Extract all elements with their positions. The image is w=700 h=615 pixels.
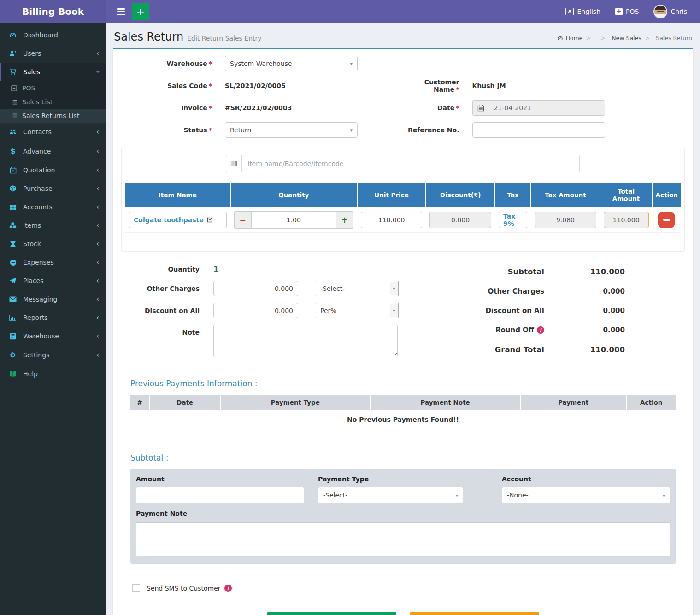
items-table: Item Name Quantity Unit Price Discount(₹… (125, 183, 681, 233)
pos-button[interactable]: + POS (608, 0, 646, 23)
discount-on-all-input[interactable] (213, 303, 298, 318)
date-label: Date (403, 104, 463, 112)
other-charges-input[interactable] (213, 281, 298, 296)
unit-price-input[interactable] (361, 212, 422, 228)
page-title: Sales Return (114, 30, 183, 43)
close-button[interactable]: Close (410, 612, 539, 615)
sidebar-item-warehouse[interactable]: Warehouse ‹ (0, 327, 106, 345)
note-textarea[interactable] (213, 325, 398, 357)
cart-icon (8, 68, 18, 76)
box-icon (8, 185, 18, 192)
customer-name-label: Customer Name (403, 78, 463, 93)
sales-return-card: Warehouse System Warehouse ▾ Sales Code … (113, 48, 693, 615)
quick-add-button[interactable]: + (132, 3, 149, 20)
list-icon (10, 113, 18, 119)
sidebar-item-items[interactable]: Items ‹ (0, 216, 106, 235)
status-select[interactable]: Return ▾ (225, 122, 358, 138)
building-icon (8, 333, 18, 340)
chevron-down-icon: ▾ (350, 127, 353, 133)
quantity-input[interactable] (252, 211, 336, 229)
chevron-left-icon: ‹ (96, 315, 99, 320)
chevron-left-icon: ‹ (96, 51, 99, 56)
sidebar-subitem-sales-returns-list[interactable]: Sales Returns List (0, 109, 106, 123)
sidebar-item-stock[interactable]: Stock ‹ (0, 235, 106, 253)
cubes-icon (8, 222, 18, 229)
pp-col-payment-type: Payment Type (220, 395, 370, 410)
list-icon (10, 99, 18, 105)
sidebar-item-advance[interactable]: $ Advance ‹ (0, 141, 106, 161)
plus-square-icon: + (615, 8, 623, 15)
language-menu[interactable]: A English (558, 0, 608, 23)
sidebar-item-quotation[interactable]: Quotation ‹ (0, 161, 106, 179)
chevron-down-icon: ▾ (390, 304, 398, 317)
dashboard-icon (8, 31, 18, 39)
discount-input (429, 212, 491, 228)
chevron-left-icon: ‹ (96, 205, 99, 209)
sidebar-item-settings[interactable]: ⚙ Settings ‹ (0, 345, 106, 365)
customer-name-value: Khush JM (472, 82, 506, 89)
quantity-decrease-button[interactable]: − (234, 211, 252, 229)
remove-item-button[interactable] (658, 212, 675, 228)
subtotal-value: 110.000 (544, 267, 625, 276)
note-label: Note (121, 325, 200, 336)
discount-type-select[interactable]: Per% ▾ (316, 303, 399, 318)
item-name-link[interactable]: Colgate toothpaste (134, 216, 213, 224)
sidebar-item-purchase[interactable]: Purchase ‹ (0, 179, 106, 198)
user-menu[interactable]: Chris (646, 0, 694, 23)
other-charges-label: Other Charges (121, 285, 200, 292)
sidebar-item-contacts[interactable]: Contacts ‹ (0, 123, 106, 141)
payment-subtotal-heading: Subtotal : (130, 453, 676, 462)
calendar-icon (472, 100, 489, 116)
send-sms-checkbox[interactable] (132, 584, 140, 592)
sidebar-item-sales[interactable]: Sales ‹ (0, 63, 106, 81)
dashboard-icon (557, 35, 563, 41)
pp-col-number: # (130, 395, 149, 410)
other-charges-type-select[interactable]: -Select- ▾ (316, 281, 399, 296)
previous-payments-empty-row: No Previous Payments Found!! (130, 410, 676, 429)
warehouse-select[interactable]: System Warehouse ▾ (225, 56, 358, 71)
payment-note-textarea[interactable] (136, 522, 670, 556)
sidebar-subitem-sales-list[interactable]: Sales List (0, 95, 106, 109)
tax-link[interactable]: Tax 9% (503, 213, 523, 227)
page-heading: Sales ReturnEdit Return Sales Entry (114, 30, 262, 43)
item-search-input[interactable] (241, 155, 580, 172)
info-icon[interactable]: i (537, 326, 544, 334)
sidebar-item-places[interactable]: Places ‹ (0, 272, 106, 290)
chevron-down-icon: ▾ (663, 493, 665, 498)
payment-note-label: Payment Note (136, 510, 670, 517)
grand-total-value: 110.000 (544, 345, 625, 354)
breadcrumb-home[interactable]: Home (557, 35, 582, 41)
date-input[interactable] (489, 100, 605, 116)
sidebar-item-users[interactable]: Users ‹ (0, 44, 106, 63)
sidebar-toggle-button[interactable] (112, 0, 130, 23)
sidebar-subitem-pos[interactable]: POS (0, 81, 106, 95)
brand-logo[interactable]: Billing Book (0, 0, 106, 23)
previous-payments-heading: Previous Payments Information : (130, 379, 676, 388)
sidebar-item-reports[interactable]: Reports ‹ (0, 308, 106, 327)
payment-type-select[interactable]: -Select- ▾ (318, 487, 463, 503)
total-other-charges-value: 0.000 (544, 287, 625, 296)
dollar-icon: $ (8, 147, 18, 155)
quantity-increase-button[interactable]: + (336, 211, 353, 229)
chevron-down-icon: ‹ (95, 71, 100, 73)
sidebar-item-accounts[interactable]: Accounts ‹ (0, 198, 106, 216)
total-other-charges-label: Other Charges (488, 287, 544, 296)
amount-input[interactable] (136, 487, 304, 503)
edit-icon (206, 217, 213, 223)
sidebar-item-help[interactable]: Help (0, 365, 106, 383)
envelope-icon (8, 296, 18, 302)
sidebar: Dashboard Users ‹ Sales ‹ POS (0, 23, 106, 615)
breadcrumb-new-sales[interactable]: New Sales (601, 35, 641, 41)
account-select[interactable]: -None- ▾ (502, 487, 670, 503)
reference-no-input[interactable] (472, 122, 605, 138)
chevron-left-icon: ‹ (96, 334, 99, 338)
chevron-left-icon: ‹ (96, 223, 99, 228)
sidebar-item-dashboard[interactable]: Dashboard (0, 26, 106, 44)
update-button[interactable]: Update (267, 612, 396, 615)
sidebar-item-expenses[interactable]: Expenses ‹ (0, 253, 106, 272)
payment-panel: Amount Payment Type -Select- ▾ Account (130, 469, 676, 564)
info-icon[interactable]: i (224, 585, 232, 592)
chevron-down-icon: ▾ (390, 282, 398, 295)
sidebar-item-messaging[interactable]: Messaging ‹ (0, 290, 106, 308)
chevron-left-icon: ‹ (96, 149, 99, 154)
